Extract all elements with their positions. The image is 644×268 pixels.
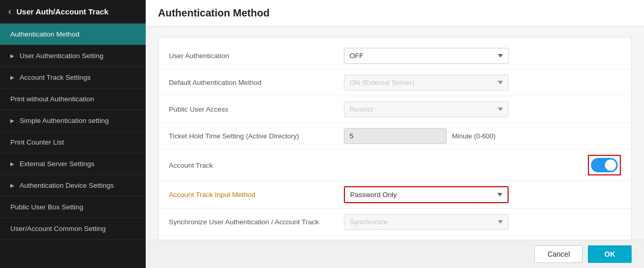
sidebar-item-user-authentication-setting[interactable]: ▶User Authentication Setting <box>0 45 146 67</box>
form-row-account-track: Account Track <box>159 150 631 181</box>
field-label-synchronize-user-authentication: Synchronize User Authentication / Accoun… <box>169 218 344 226</box>
sidebar-item-public-user-box-setting[interactable]: Public User Box Setting <box>0 196 146 218</box>
form-rows: User AuthenticationOFFON (Device)ON (Ext… <box>159 43 631 240</box>
sidebar-title: User Auth/Account Track <box>16 7 109 16</box>
select-synchronize-user-authentication[interactable]: SynchronizeDo Not Synchronize <box>344 214 509 230</box>
sidebar-item-print-counter-list[interactable]: Print Counter List <box>0 132 146 153</box>
input-ticket-hold-time[interactable] <box>344 128 447 144</box>
back-arrow-icon[interactable]: ‹ <box>8 6 11 17</box>
sidebar-item-print-without-authentication[interactable]: Print without Authentication <box>0 88 146 110</box>
field-label-public-user-access: Public User Access <box>169 105 344 113</box>
chevron-right-icon: ▶ <box>10 118 14 123</box>
sidebar-item-authentication-device-settings[interactable]: ▶Authentication Device Settings <box>0 175 146 196</box>
cancel-button[interactable]: Cancel <box>534 245 583 263</box>
main-body: User AuthenticationOFFON (Device)ON (Ext… <box>146 27 644 240</box>
form-row-number-of-counters: Number of Counters Assigned <box>159 236 631 240</box>
sidebar-nav: Authentication Method▶User Authenticatio… <box>0 24 146 240</box>
sidebar-item-label: Print Counter List <box>10 138 64 146</box>
field-label-account-track: Account Track <box>169 162 344 169</box>
chevron-right-icon: ▶ <box>10 183 14 188</box>
chevron-right-icon: ▶ <box>10 53 14 59</box>
field-control-user-authentication: OFFON (Device)ON (External Server) <box>344 48 621 64</box>
suffix-ticket-hold-time: Minute (0-600) <box>452 132 496 140</box>
sidebar-item-label: User Authentication Setting <box>20 52 103 60</box>
select-user-authentication[interactable]: OFFON (Device)ON (External Server) <box>344 48 509 64</box>
select-default-authentication-method[interactable]: ON (External Server)ON (Device) <box>344 75 509 91</box>
field-control-ticket-hold-time: Minute (0-600) <box>344 128 621 144</box>
toggle-account-track[interactable] <box>591 158 618 172</box>
field-label-default-authentication-method: Default Authentication Method <box>169 79 344 86</box>
field-control-account-track-input-method: Password OnlyAccount Name & Password <box>344 186 621 203</box>
sidebar-item-label: Authentication Method <box>10 30 79 38</box>
field-control-public-user-access: RestrictAllow <box>344 101 621 117</box>
field-control-synchronize-user-authentication: SynchronizeDo Not Synchronize <box>344 214 621 230</box>
ok-button[interactable]: OK <box>588 245 632 263</box>
sidebar-item-simple-authentication-setting[interactable]: ▶Simple Authentication setting <box>0 110 146 132</box>
sidebar-item-label: Authentication Device Settings <box>20 182 114 189</box>
sidebar-header: ‹ User Auth/Account Track <box>0 0 146 24</box>
toggle-knob-account-track <box>605 159 616 171</box>
sidebar-item-label: Print without Authentication <box>10 95 94 103</box>
sidebar-item-user-account-common-setting[interactable]: User/Account Common Setting <box>0 218 146 240</box>
sidebar-item-authentication-method[interactable]: Authentication Method <box>0 24 146 45</box>
field-control-default-authentication-method: ON (External Server)ON (Device) <box>344 75 621 91</box>
field-label-user-authentication: User Authentication <box>169 52 344 60</box>
sidebar-item-label: User/Account Common Setting <box>10 225 106 233</box>
field-label-ticket-hold-time: Ticket Hold Time Setting (Active Directo… <box>169 132 344 140</box>
form-row-account-track-input-method: Account Track Input MethodPassword OnlyA… <box>159 181 631 209</box>
sidebar-item-label: Account Track Settings <box>20 74 91 81</box>
field-label-account-track-input-method: Account Track Input Method <box>169 191 344 199</box>
form-row-user-authentication: User AuthenticationOFFON (Device)ON (Ext… <box>159 43 631 69</box>
toggle-highlight-account-track <box>588 155 621 175</box>
footer: Cancel OK <box>146 240 644 268</box>
sidebar: ‹ User Auth/Account Track Authentication… <box>0 0 146 268</box>
chevron-right-icon: ▶ <box>10 161 14 167</box>
form-card: User AuthenticationOFFON (Device)ON (Ext… <box>158 37 632 240</box>
sidebar-item-account-track-settings[interactable]: ▶Account Track Settings <box>0 67 146 88</box>
sidebar-item-external-server-settings[interactable]: ▶External Server Settings <box>0 153 146 175</box>
main-panel: Authentication Method User Authenticatio… <box>146 0 644 268</box>
sidebar-item-label: External Server Settings <box>20 160 95 168</box>
sidebar-item-label: Simple Authentication setting <box>20 117 109 124</box>
chevron-right-icon: ▶ <box>10 75 14 80</box>
field-control-account-track <box>344 155 621 175</box>
sidebar-item-label: Public User Box Setting <box>10 203 83 211</box>
form-row-public-user-access: Public User AccessRestrictAllow <box>159 96 631 123</box>
form-row-synchronize-user-authentication: Synchronize User Authentication / Accoun… <box>159 209 631 236</box>
select-public-user-access[interactable]: RestrictAllow <box>344 101 509 117</box>
page-title: Authentication Method <box>146 0 644 27</box>
form-row-default-authentication-method: Default Authentication MethodON (Externa… <box>159 69 631 96</box>
form-row-ticket-hold-time: Ticket Hold Time Setting (Active Directo… <box>159 123 631 150</box>
select-account-track-input-method[interactable]: Password OnlyAccount Name & Password <box>344 186 509 203</box>
